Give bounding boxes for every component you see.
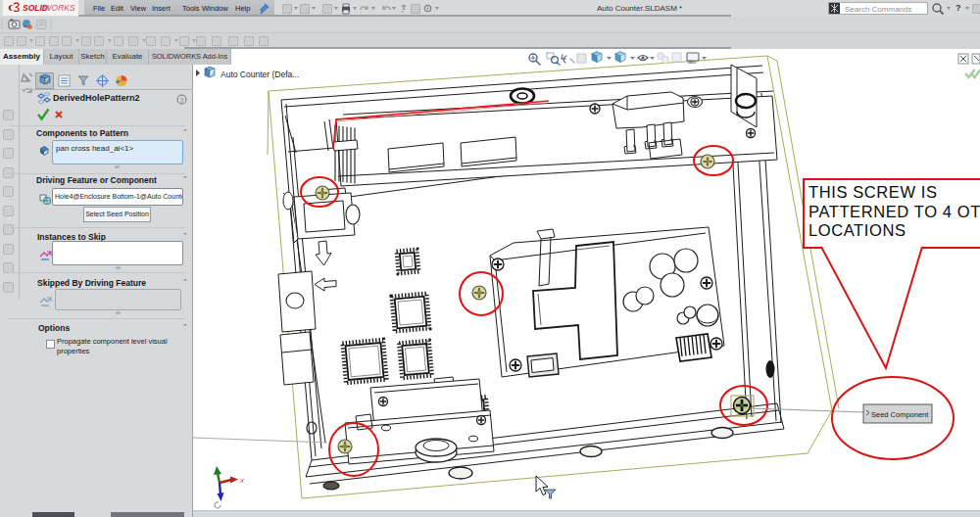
svg-text:PATTERNED TO 4 OTH: PATTERNED TO 4 OTH [808, 203, 980, 220]
svg-text:THIS SCREW IS: THIS SCREW IS [808, 183, 938, 201]
svg-text:LOCATIONS: LOCATIONS [808, 221, 906, 239]
svg-text:Seed Component: Seed Component [871, 410, 929, 419]
svg-text:?: ? [180, 97, 184, 104]
svg-text:WORKS: WORKS [44, 3, 75, 13]
svg-text:Auto Counter (Defa...: Auto Counter (Defa... [220, 70, 299, 79]
